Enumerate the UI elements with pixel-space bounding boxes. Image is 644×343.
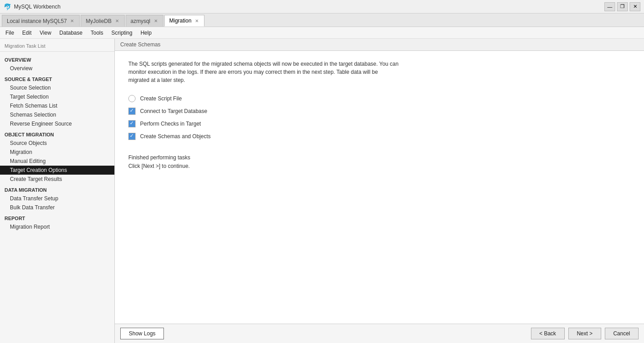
back-button[interactable]: < Back (531, 328, 565, 339)
sidebar-header: Migration Task List (0, 42, 114, 52)
menu-scripting[interactable]: Scripting (108, 28, 136, 37)
tab-label: Local instance MySQL57 (7, 18, 67, 24)
status-section: Finished performing tasks Click [Next >]… (128, 153, 630, 171)
app-icon: 🐬 (4, 3, 11, 10)
sidebar-section-object-migration: OBJECT MIGRATION (0, 128, 114, 139)
content-body: The SQL scripts generated for the migrat… (115, 51, 644, 324)
main-container: Migration Task List OVERVIEW Overview SO… (0, 39, 644, 343)
sidebar: Migration Task List OVERVIEW Overview SO… (0, 39, 115, 343)
next-button[interactable]: Next > (568, 328, 601, 339)
menu-database[interactable]: Database (56, 28, 86, 37)
content-header: Create Schemas (115, 39, 644, 51)
checkbox-perform-checks[interactable] (128, 120, 136, 127)
sidebar-section-report: REPORT (0, 212, 114, 222)
label-create-schemas-objects: Create Schemas and Objects (140, 133, 211, 140)
sidebar-section-overview: OVERVIEW (0, 54, 114, 64)
sidebar-item-source-objects[interactable]: Source Objects (0, 139, 114, 148)
sidebar-item-target-selection[interactable]: Target Selection (0, 92, 114, 101)
sidebar-item-source-selection[interactable]: Source Selection (0, 83, 114, 92)
tab-label: MyJolieDB (86, 18, 111, 24)
options-section: Create Script File Connect to Target Dat… (128, 95, 630, 140)
menu-view[interactable]: View (36, 28, 55, 37)
checkbox-create-schemas-objects[interactable] (128, 133, 136, 140)
sidebar-item-migration-report[interactable]: Migration Report (0, 222, 114, 231)
sidebar-item-overview[interactable]: Overview (0, 64, 114, 73)
tab-close-azmysql[interactable]: ✕ (153, 18, 159, 24)
app-title: MySQL Workbench (14, 4, 60, 10)
option-perform-checks: Perform Checks in Target (128, 120, 630, 127)
sidebar-item-manual-editing[interactable]: Manual Editing (0, 157, 114, 166)
sidebar-section-source-target: SOURCE & TARGET (0, 73, 114, 83)
option-connect-to-target: Connect to Target Database (128, 108, 630, 115)
status-line1: Finished performing tasks (128, 153, 630, 162)
tabs-bar: Local instance MySQL57 ✕ MyJolieDB ✕ azm… (0, 14, 644, 27)
sidebar-item-data-transfer-setup[interactable]: Data Transfer Setup (0, 194, 114, 203)
content-area: Create Schemas The SQL scripts generated… (115, 39, 644, 343)
menu-help[interactable]: Help (137, 28, 155, 37)
sidebar-item-schemas-selection[interactable]: Schemas Selection (0, 110, 114, 119)
tab-migration[interactable]: Migration ✕ (164, 15, 204, 27)
tab-label: Migration (169, 18, 191, 24)
sidebar-item-reverse-engineer[interactable]: Reverse Engineer Source (0, 119, 114, 128)
description-text: The SQL scripts generated for the migrat… (128, 60, 399, 84)
minimize-button[interactable]: — (604, 2, 615, 11)
sidebar-section-data-migration: DATA MIGRATION (0, 184, 114, 194)
tab-local-instance[interactable]: Local instance MySQL57 ✕ (2, 15, 80, 27)
sidebar-item-create-target-results[interactable]: Create Target Results (0, 175, 114, 184)
title-bar: 🐬 MySQL Workbench — ❐ ✕ (0, 0, 644, 14)
close-button[interactable]: ✕ (630, 2, 640, 11)
checkbox-connect-to-target[interactable] (128, 108, 136, 115)
window-controls: — ❐ ✕ (604, 2, 640, 11)
sidebar-item-fetch-schemas[interactable]: Fetch Schemas List (0, 101, 114, 110)
label-create-script-file: Create Script File (140, 95, 182, 102)
menu-edit[interactable]: Edit (18, 28, 35, 37)
show-logs-button[interactable]: Show Logs (120, 328, 164, 339)
restore-button[interactable]: ❐ (617, 2, 628, 11)
content-footer: Show Logs < Back Next > Cancel (115, 324, 644, 343)
option-create-schemas-objects: Create Schemas and Objects (128, 133, 630, 140)
radio-create-script-file[interactable] (128, 95, 136, 102)
menu-tools[interactable]: Tools (87, 28, 107, 37)
option-create-script-file: Create Script File (128, 95, 630, 102)
sidebar-item-target-creation-options[interactable]: Target Creation Options (0, 166, 114, 175)
menu-file[interactable]: File (2, 28, 18, 37)
status-line2: Click [Next >] to continue. (128, 162, 630, 171)
label-perform-checks: Perform Checks in Target (140, 121, 201, 127)
tab-label: azmysql (131, 18, 150, 24)
cancel-button[interactable]: Cancel (605, 328, 639, 339)
tab-close-myjoliedb[interactable]: ✕ (114, 18, 120, 24)
tab-azmysql[interactable]: azmysql ✕ (126, 15, 163, 27)
menu-bar: File Edit View Database Tools Scripting … (0, 27, 644, 39)
tab-close-migration[interactable]: ✕ (194, 18, 200, 24)
tab-myjoliedb[interactable]: MyJolieDB ✕ (81, 15, 124, 27)
label-connect-to-target: Connect to Target Database (140, 108, 207, 114)
tab-close-local[interactable]: ✕ (69, 18, 75, 24)
sidebar-item-bulk-data-transfer[interactable]: Bulk Data Transfer (0, 203, 114, 212)
sidebar-item-migration[interactable]: Migration (0, 148, 114, 157)
